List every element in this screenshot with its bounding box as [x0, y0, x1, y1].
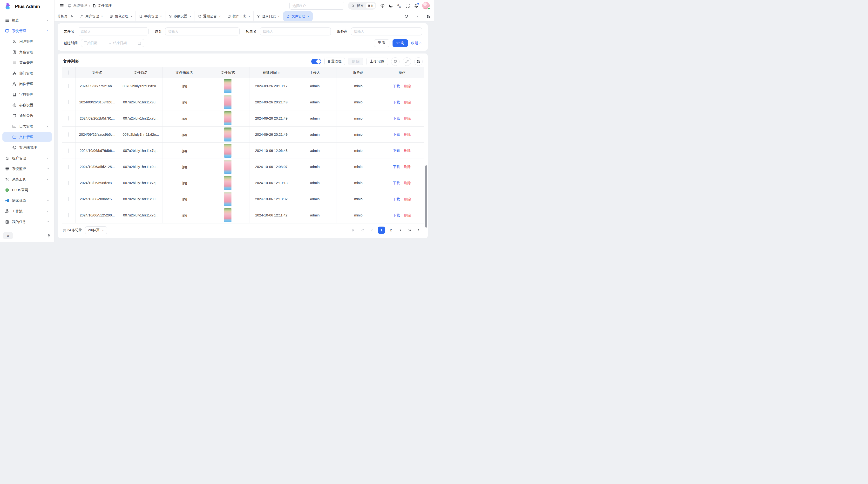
download-link[interactable]: 下载: [393, 197, 400, 201]
tab-close-icon[interactable]: ×: [278, 14, 280, 18]
sidebar-item-post-management[interactable]: 岗位管理: [2, 79, 52, 89]
next-5-pages-button[interactable]: [406, 227, 413, 234]
row-checkbox[interactable]: [68, 197, 69, 201]
tab-login-log[interactable]: 登录日志×: [254, 11, 283, 21]
tab-dict-management[interactable]: 字典管理×: [136, 11, 165, 21]
sidebar-item-plus-website[interactable]: PLUS官网: [2, 185, 52, 195]
download-link[interactable]: 下载: [393, 149, 400, 153]
layout-panel-icon[interactable]: [423, 11, 434, 21]
tab-close-icon[interactable]: ×: [130, 14, 132, 18]
page-size-select[interactable]: 20条/页 ▼: [85, 226, 107, 234]
download-link[interactable]: 下载: [393, 117, 400, 120]
sidebar-item-client-management[interactable]: 客户端管理: [2, 143, 52, 152]
page-1-button[interactable]: 1: [378, 227, 385, 234]
file-preview-thumbnail[interactable]: [224, 144, 231, 158]
download-link[interactable]: 下载: [393, 133, 400, 136]
breadcrumb-item-system-management[interactable]: 系统管理: [68, 3, 87, 8]
file-preview-thumbnail[interactable]: [224, 111, 231, 125]
sidebar-item-tenant-management[interactable]: 租户管理: [2, 153, 52, 163]
notification-bell-icon[interactable]: [414, 3, 418, 8]
sidebar-item-user-management[interactable]: 用户管理: [2, 37, 52, 46]
file-preview-thumbnail[interactable]: [224, 95, 231, 109]
sidebar-item-system-monitor[interactable]: 系统监控: [2, 164, 52, 173]
select-all-checkbox[interactable]: [68, 70, 69, 75]
refresh-tab-icon[interactable]: [401, 11, 412, 21]
sidebar-item-test-menu[interactable]: 测试菜单: [2, 196, 52, 205]
dark-mode-moon-icon[interactable]: [389, 3, 393, 8]
tab-operation-log[interactable]: 操作日志×: [224, 11, 254, 21]
tab-user-management[interactable]: 用户管理×: [77, 11, 106, 21]
sort-carets-icon[interactable]: ▲▼: [278, 71, 280, 74]
settings-gear-icon[interactable]: [380, 3, 385, 8]
row-checkbox[interactable]: [68, 165, 69, 169]
download-link[interactable]: 下载: [393, 84, 400, 88]
sidebar-collapse-button[interactable]: «: [3, 232, 13, 239]
sidebar-item-file-management[interactable]: 文件管理: [2, 132, 52, 142]
tab-role-management[interactable]: 角色管理×: [106, 11, 136, 21]
delete-link[interactable]: 删除: [404, 149, 411, 153]
delete-link[interactable]: 删除: [404, 133, 411, 136]
sidebar-item-system-tools[interactable]: 系统工具: [2, 174, 52, 184]
tenant-select-input[interactable]: [289, 2, 344, 10]
row-checkbox[interactable]: [68, 132, 69, 137]
delete-link[interactable]: 删除: [404, 84, 411, 88]
sidebar-item-menu-management[interactable]: 菜单管理: [2, 58, 52, 67]
sidebar-item-log-management[interactable]: 日志管理: [2, 122, 52, 131]
config-management-button[interactable]: 配置管理: [324, 58, 345, 65]
fullscreen-icon[interactable]: [405, 3, 410, 8]
tab-close-icon[interactable]: ×: [307, 14, 309, 18]
file-preview-thumbnail[interactable]: [224, 176, 231, 190]
page-2-button[interactable]: 2: [387, 227, 395, 234]
download-link[interactable]: 下载: [393, 165, 400, 169]
pin-icon[interactable]: [46, 233, 51, 238]
tab-close-icon[interactable]: ×: [248, 14, 250, 18]
extension-input[interactable]: [260, 28, 331, 35]
table-scrollbar-thumb[interactable]: [425, 165, 427, 228]
upload-button[interactable]: 上传 没做: [366, 58, 388, 65]
next-page-button[interactable]: [397, 227, 404, 234]
row-checkbox[interactable]: [68, 100, 69, 104]
sidebar-item-dict-management[interactable]: 字典管理: [2, 90, 52, 99]
delete-link[interactable]: 删除: [404, 165, 411, 169]
tab-close-icon[interactable]: ×: [160, 14, 162, 18]
date-range-picker[interactable]: 开始日期 → 结束日期: [81, 39, 144, 47]
file-preview-thumbnail[interactable]: [224, 128, 231, 141]
file-name-input[interactable]: [78, 28, 149, 35]
download-link[interactable]: 下载: [393, 100, 400, 104]
tab-close-icon[interactable]: ×: [189, 14, 191, 18]
user-avatar[interactable]: [422, 2, 430, 9]
sidebar-item-dept-management[interactable]: 部门管理: [2, 68, 52, 78]
search-button[interactable]: 查 询: [393, 39, 408, 47]
table-columns-button[interactable]: [414, 57, 423, 66]
sidebar-item-role-management[interactable]: 角色管理: [2, 47, 52, 57]
file-preview-thumbnail[interactable]: [224, 79, 231, 93]
original-name-input[interactable]: [165, 28, 240, 35]
sidebar-item-system-management[interactable]: 系统管理: [2, 26, 52, 36]
row-checkbox[interactable]: [68, 149, 69, 153]
table-refresh-button[interactable]: [391, 57, 400, 66]
reset-button[interactable]: 重 置: [374, 39, 390, 47]
tab-analysis-page[interactable]: 分析页: [54, 11, 77, 21]
delete-link[interactable]: 删除: [404, 100, 411, 104]
sidebar-item-overview[interactable]: 概览: [2, 15, 52, 25]
row-checkbox[interactable]: [68, 213, 69, 218]
sidebar-item-param-settings[interactable]: 参数设置: [2, 100, 52, 110]
file-preview-thumbnail[interactable]: [224, 192, 231, 206]
delete-link[interactable]: 删除: [404, 197, 411, 201]
tab-param-settings[interactable]: 参数设置×: [165, 11, 195, 21]
hamburger-menu-icon[interactable]: [60, 3, 64, 8]
global-search[interactable]: 搜索 ⌘ K: [348, 2, 376, 10]
sidebar-item-my-tasks[interactable]: 我的任务: [2, 217, 52, 227]
row-checkbox[interactable]: [68, 84, 69, 88]
delete-link[interactable]: 删除: [404, 117, 411, 120]
tab-close-icon[interactable]: ×: [219, 14, 221, 18]
collapse-filters-link[interactable]: 收起: [411, 41, 422, 45]
tab-file-management[interactable]: 文件管理×: [283, 11, 312, 21]
last-page-button[interactable]: [415, 227, 423, 234]
search-toggle-switch[interactable]: [311, 59, 321, 64]
file-preview-thumbnail[interactable]: [224, 160, 231, 174]
download-link[interactable]: 下载: [393, 181, 400, 185]
download-link[interactable]: 下载: [393, 213, 400, 217]
delete-link[interactable]: 删除: [404, 181, 411, 185]
translate-icon[interactable]: 文A: [397, 3, 402, 8]
